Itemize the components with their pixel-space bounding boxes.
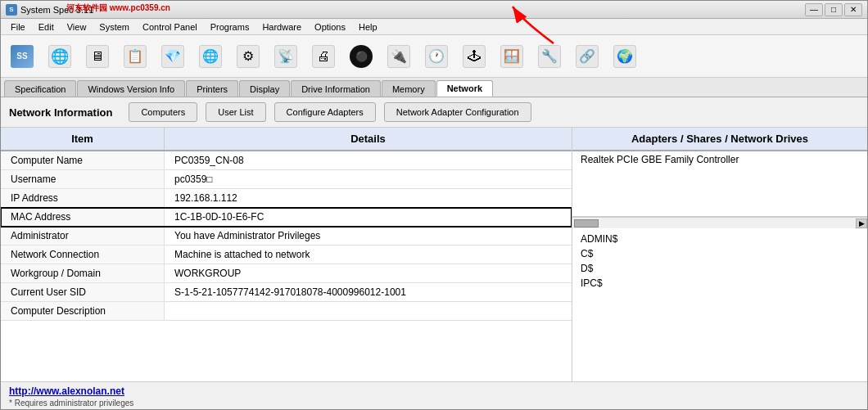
tab-network[interactable]: Network: [436, 80, 493, 97]
share-item: C$: [572, 246, 867, 261]
tab-specification[interactable]: Specification: [4, 80, 76, 97]
close-button[interactable]: ✕: [844, 3, 862, 16]
item-label: Network Connection: [1, 246, 165, 264]
item-value: You have Administrator Privileges: [165, 227, 572, 245]
toolbar: SS 🌐 🖥 📋 💎 🌐: [1, 35, 867, 78]
toolbar-btn-info[interactable]: 📋: [117, 38, 153, 75]
sub-toolbar: Network Information Computers User List …: [1, 97, 867, 128]
menu-options[interactable]: Options: [308, 19, 352, 35]
table-row: Computer Description: [1, 302, 572, 321]
tabs-row: Specification Windows Version Info Print…: [1, 78, 867, 97]
right-panel-title: Adapters / Shares / Network Drives: [572, 128, 867, 151]
col-header-details: Details: [165, 128, 572, 150]
table-row: Workgroup / Domain WORKGROUP: [1, 264, 572, 283]
toolbar-btn-disk[interactable]: ⚫: [343, 38, 379, 75]
window-controls: — □ ✕: [805, 3, 862, 16]
item-value: pc0359□: [165, 170, 572, 188]
item-label: Username: [1, 170, 165, 188]
item-label: Workgroup / Domain: [1, 264, 165, 282]
toolbar-btn-card[interactable]: 📡: [268, 38, 304, 75]
toolbar-btn-tools[interactable]: 🔧: [531, 38, 567, 75]
item-value: PC0359_CN-08: [165, 151, 572, 169]
section-title: Network Information: [9, 106, 112, 119]
toolbar-btn-network2[interactable]: 🌐: [192, 38, 228, 75]
menu-control-panel[interactable]: Control Panel: [136, 19, 204, 35]
menu-view[interactable]: View: [61, 19, 93, 35]
toolbar-btn-globe2[interactable]: 🌍: [607, 38, 643, 75]
item-value: Machine is attached to network: [165, 246, 572, 264]
tab-display[interactable]: Display: [239, 80, 290, 97]
table-row: Administrator You have Administrator Pri…: [1, 227, 572, 246]
title-bar: S System Spec 3.11 — □ ✕: [1, 1, 867, 19]
toolbar-btn-web[interactable]: 🌐: [42, 38, 78, 75]
item-label: IP Address: [1, 189, 165, 207]
content-area: Item Details Computer Name PC0359_CN-08 …: [1, 128, 867, 381]
info-table-area: Item Details Computer Name PC0359_CN-08 …: [1, 128, 572, 381]
toolbar-btn-chip[interactable]: 💎: [155, 38, 191, 75]
toolbar-btn-joystick[interactable]: 🕹: [456, 38, 492, 75]
maximize-button[interactable]: □: [825, 3, 843, 16]
tab-windows-version[interactable]: Windows Version Info: [77, 80, 185, 97]
adapter-item: Realtek PCIe GBE Family Controller: [572, 151, 867, 168]
table-row: Computer Name PC0359_CN-08: [1, 151, 572, 170]
menu-bar: File Edit View System Control Panel Prog…: [1, 19, 867, 35]
table-row-highlighted: MAC Address 1C-1B-0D-10-E6-FC: [1, 208, 572, 227]
toolbar-btn-computer[interactable]: 🖥: [79, 38, 115, 75]
table-row: Username pc0359□: [1, 170, 572, 189]
tab-drive-info[interactable]: Drive Information: [291, 80, 381, 97]
menu-help[interactable]: Help: [352, 19, 384, 35]
horizontal-scrollbar[interactable]: ▶: [572, 217, 867, 228]
app-icon: S: [6, 4, 17, 16]
tab-printers[interactable]: Printers: [186, 80, 238, 97]
item-label: MAC Address: [1, 208, 165, 226]
toolbar-btn-link[interactable]: 🔗: [569, 38, 605, 75]
app-title: System Spec 3.11: [20, 5, 93, 15]
menu-system[interactable]: System: [93, 19, 136, 35]
toolbar-btn-gear[interactable]: ⚙: [230, 38, 266, 75]
right-panel: Adapters / Shares / Network Drives Realt…: [572, 128, 867, 381]
footer: http://www.alexnolan.net * Requires admi…: [1, 381, 867, 410]
toolbar-btn-printer[interactable]: 🖨: [305, 38, 341, 75]
menu-file[interactable]: File: [4, 19, 32, 35]
adapters-section: Realtek PCIe GBE Family Controller: [572, 151, 867, 217]
item-value: 192.168.1.112: [165, 189, 572, 207]
item-value: WORKGROUP: [165, 264, 572, 282]
right-scroll-area[interactable]: Realtek PCIe GBE Family Controller ▶ ADM…: [572, 151, 867, 381]
tab-memory[interactable]: Memory: [382, 80, 436, 97]
footer-note: * Requires administrator privileges: [9, 399, 859, 408]
h-scroll-right[interactable]: ▶: [856, 219, 867, 228]
toolbar-btn-windows[interactable]: 🪟: [494, 38, 530, 75]
item-value: S-1-5-21-1057774142-917018078-4000996012…: [165, 283, 572, 301]
network-adapter-config-button[interactable]: Network Adapter Configuration: [384, 102, 531, 122]
item-label: Current User SID: [1, 283, 165, 301]
main-content: Network Information Computers User List …: [1, 97, 867, 410]
shares-section: ADMIN$ C$ D$ IPC$: [572, 228, 867, 294]
share-item: IPC$: [572, 276, 867, 291]
footer-link[interactable]: http://www.alexnolan.net: [9, 385, 859, 397]
table-row: Network Connection Machine is attached t…: [1, 246, 572, 264]
menu-programs[interactable]: Programs: [204, 19, 256, 35]
item-label: Administrator: [1, 227, 165, 245]
minimize-button[interactable]: —: [805, 3, 823, 16]
computers-button[interactable]: Computers: [129, 102, 197, 122]
toolbar-btn-clock[interactable]: 🕐: [418, 38, 454, 75]
item-value: [165, 302, 572, 320]
share-item: ADMIN$: [572, 232, 867, 246]
toolbar-btn-spec[interactable]: SS: [4, 38, 40, 75]
table-header-row: Item Details: [1, 128, 572, 151]
item-value: 1C-1B-0D-10-E6-FC: [165, 208, 572, 226]
table-row: IP Address 192.168.1.112: [1, 189, 572, 208]
item-label: Computer Description: [1, 302, 165, 320]
menu-edit[interactable]: Edit: [32, 19, 61, 35]
menu-hardware[interactable]: Hardware: [255, 19, 308, 35]
toolbar-btn-usb[interactable]: 🔌: [381, 38, 417, 75]
share-item: D$: [572, 261, 867, 276]
h-scroll-thumb[interactable]: [574, 219, 599, 228]
user-list-button[interactable]: User List: [206, 102, 265, 122]
item-label: Computer Name: [1, 151, 165, 169]
col-header-item: Item: [1, 128, 165, 150]
configure-adapters-button[interactable]: Configure Adapters: [274, 102, 376, 122]
table-row: Current User SID S-1-5-21-1057774142-917…: [1, 283, 572, 302]
